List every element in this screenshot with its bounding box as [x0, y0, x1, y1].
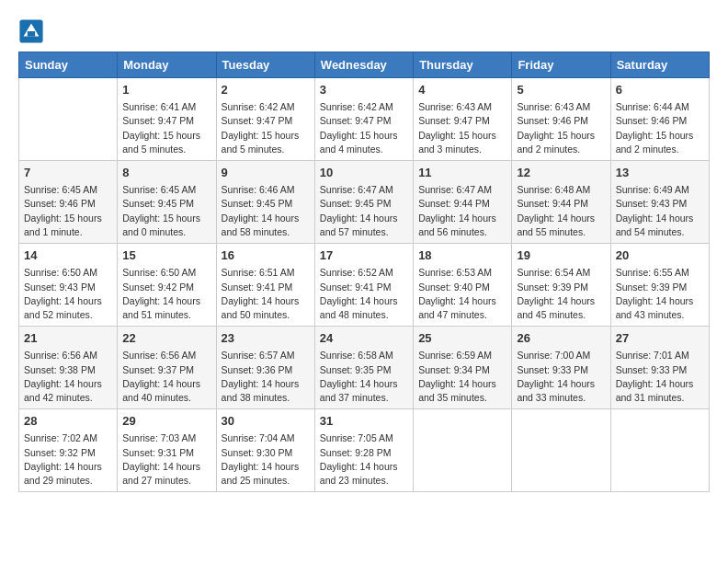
- calendar-cell: [19, 78, 118, 161]
- cell-content: Sunrise: 6:58 AM Sunset: 9:35 PM Dayligh…: [320, 349, 408, 405]
- calendar-cell: 5Sunrise: 6:43 AM Sunset: 9:46 PM Daylig…: [512, 78, 610, 161]
- calendar-cell: [610, 409, 709, 492]
- calendar-cell: 18Sunrise: 6:53 AM Sunset: 9:40 PM Dayli…: [414, 244, 512, 327]
- calendar-cell: 10Sunrise: 6:47 AM Sunset: 9:45 PM Dayli…: [314, 161, 413, 244]
- column-header-tuesday: Tuesday: [216, 52, 314, 78]
- calendar-cell: 24Sunrise: 6:58 AM Sunset: 9:35 PM Dayli…: [314, 327, 413, 409]
- cell-content: Sunrise: 6:53 AM Sunset: 9:40 PM Dayligh…: [418, 266, 506, 322]
- column-header-monday: Monday: [118, 52, 216, 78]
- cell-content: Sunrise: 6:43 AM Sunset: 9:47 PM Dayligh…: [418, 100, 506, 156]
- calendar-cell: 31Sunrise: 7:05 AM Sunset: 9:28 PM Dayli…: [314, 409, 413, 492]
- day-number: 26: [517, 330, 605, 347]
- calendar-cell: 15Sunrise: 6:50 AM Sunset: 9:42 PM Dayli…: [118, 244, 216, 327]
- calendar-cell: [512, 409, 610, 492]
- cell-content: Sunrise: 6:49 AM Sunset: 9:43 PM Dayligh…: [616, 183, 704, 239]
- calendar-cell: 29Sunrise: 7:03 AM Sunset: 9:31 PM Dayli…: [118, 409, 216, 492]
- calendar-cell: 16Sunrise: 6:51 AM Sunset: 9:41 PM Dayli…: [216, 244, 314, 327]
- calendar-cell: 2Sunrise: 6:42 AM Sunset: 9:47 PM Daylig…: [216, 78, 314, 161]
- calendar-cell: 6Sunrise: 6:44 AM Sunset: 9:46 PM Daylig…: [610, 78, 709, 161]
- logo: [18, 18, 48, 44]
- cell-content: Sunrise: 7:05 AM Sunset: 9:28 PM Dayligh…: [320, 431, 408, 488]
- calendar-week-row: 7Sunrise: 6:45 AM Sunset: 9:46 PM Daylig…: [19, 161, 710, 244]
- calendar-cell: 11Sunrise: 6:47 AM Sunset: 9:44 PM Dayli…: [414, 161, 512, 244]
- logo-icon: [18, 18, 44, 44]
- day-number: 5: [517, 82, 605, 98]
- cell-content: Sunrise: 6:44 AM Sunset: 9:46 PM Dayligh…: [616, 100, 704, 156]
- day-number: 10: [320, 165, 408, 181]
- cell-content: Sunrise: 6:47 AM Sunset: 9:44 PM Dayligh…: [418, 183, 506, 239]
- calendar-cell: 30Sunrise: 7:04 AM Sunset: 9:30 PM Dayli…: [216, 409, 314, 492]
- day-number: 19: [517, 247, 605, 264]
- day-number: 25: [418, 330, 506, 347]
- day-number: 6: [616, 82, 704, 98]
- day-number: 4: [418, 82, 506, 98]
- calendar-cell: 28Sunrise: 7:02 AM Sunset: 9:32 PM Dayli…: [19, 409, 118, 492]
- calendar-cell: 4Sunrise: 6:43 AM Sunset: 9:47 PM Daylig…: [414, 78, 512, 161]
- calendar-week-row: 14Sunrise: 6:50 AM Sunset: 9:43 PM Dayli…: [19, 244, 710, 327]
- day-number: 23: [222, 330, 310, 347]
- cell-content: Sunrise: 6:55 AM Sunset: 9:39 PM Dayligh…: [616, 266, 704, 322]
- column-header-sunday: Sunday: [19, 52, 118, 78]
- calendar-cell: 14Sunrise: 6:50 AM Sunset: 9:43 PM Dayli…: [19, 244, 118, 327]
- day-number: 15: [122, 247, 210, 264]
- cell-content: Sunrise: 6:50 AM Sunset: 9:42 PM Dayligh…: [122, 266, 210, 322]
- calendar-cell: 9Sunrise: 6:46 AM Sunset: 9:45 PM Daylig…: [216, 161, 314, 244]
- calendar-body: 1Sunrise: 6:41 AM Sunset: 9:47 PM Daylig…: [19, 78, 710, 492]
- cell-content: Sunrise: 6:46 AM Sunset: 9:45 PM Dayligh…: [222, 183, 310, 239]
- calendar-week-row: 1Sunrise: 6:41 AM Sunset: 9:47 PM Daylig…: [19, 78, 710, 161]
- calendar-week-row: 21Sunrise: 6:56 AM Sunset: 9:38 PM Dayli…: [19, 327, 710, 409]
- column-header-thursday: Thursday: [414, 52, 512, 78]
- calendar-cell: 22Sunrise: 6:56 AM Sunset: 9:37 PM Dayli…: [118, 327, 216, 409]
- day-number: 2: [222, 82, 310, 98]
- cell-content: Sunrise: 6:56 AM Sunset: 9:38 PM Dayligh…: [24, 349, 112, 405]
- column-header-friday: Friday: [512, 52, 610, 78]
- calendar-week-row: 28Sunrise: 7:02 AM Sunset: 9:32 PM Dayli…: [19, 409, 710, 492]
- cell-content: Sunrise: 6:50 AM Sunset: 9:43 PM Dayligh…: [24, 266, 112, 322]
- day-number: 22: [122, 330, 210, 347]
- svg-rect-2: [28, 31, 35, 37]
- day-number: 16: [222, 247, 310, 264]
- cell-content: Sunrise: 6:42 AM Sunset: 9:47 PM Dayligh…: [222, 100, 310, 156]
- calendar-cell: 25Sunrise: 6:59 AM Sunset: 9:34 PM Dayli…: [414, 327, 512, 409]
- calendar-cell: 21Sunrise: 6:56 AM Sunset: 9:38 PM Dayli…: [19, 327, 118, 409]
- day-number: 17: [320, 247, 408, 264]
- cell-content: Sunrise: 6:41 AM Sunset: 9:47 PM Dayligh…: [122, 100, 210, 156]
- cell-content: Sunrise: 6:54 AM Sunset: 9:39 PM Dayligh…: [517, 266, 605, 322]
- cell-content: Sunrise: 6:45 AM Sunset: 9:46 PM Dayligh…: [24, 183, 112, 239]
- calendar-cell: 1Sunrise: 6:41 AM Sunset: 9:47 PM Daylig…: [118, 78, 216, 161]
- day-number: 21: [24, 330, 112, 347]
- day-number: 18: [418, 247, 506, 264]
- day-number: 24: [320, 330, 408, 347]
- day-number: 9: [222, 165, 310, 181]
- cell-content: Sunrise: 6:59 AM Sunset: 9:34 PM Dayligh…: [418, 349, 506, 405]
- cell-content: Sunrise: 6:57 AM Sunset: 9:36 PM Dayligh…: [222, 349, 310, 405]
- day-number: 20: [616, 247, 704, 264]
- column-header-saturday: Saturday: [610, 52, 709, 78]
- calendar-cell: 7Sunrise: 6:45 AM Sunset: 9:46 PM Daylig…: [19, 161, 118, 244]
- calendar-cell: 23Sunrise: 6:57 AM Sunset: 9:36 PM Dayli…: [216, 327, 314, 409]
- calendar-cell: 17Sunrise: 6:52 AM Sunset: 9:41 PM Dayli…: [314, 244, 413, 327]
- day-number: 3: [320, 82, 408, 98]
- calendar-table: SundayMondayTuesdayWednesdayThursdayFrid…: [18, 52, 710, 492]
- calendar-cell: 27Sunrise: 7:01 AM Sunset: 9:33 PM Dayli…: [610, 327, 709, 409]
- calendar-cell: 19Sunrise: 6:54 AM Sunset: 9:39 PM Dayli…: [512, 244, 610, 327]
- day-number: 27: [616, 330, 704, 347]
- cell-content: Sunrise: 6:48 AM Sunset: 9:44 PM Dayligh…: [517, 183, 605, 239]
- day-number: 8: [122, 165, 210, 181]
- calendar-header-row: SundayMondayTuesdayWednesdayThursdayFrid…: [19, 52, 710, 78]
- cell-content: Sunrise: 6:47 AM Sunset: 9:45 PM Dayligh…: [320, 183, 408, 239]
- calendar-cell: 13Sunrise: 6:49 AM Sunset: 9:43 PM Dayli…: [610, 161, 709, 244]
- calendar-cell: 3Sunrise: 6:42 AM Sunset: 9:47 PM Daylig…: [314, 78, 413, 161]
- cell-content: Sunrise: 7:04 AM Sunset: 9:30 PM Dayligh…: [222, 431, 310, 488]
- cell-content: Sunrise: 6:45 AM Sunset: 9:45 PM Dayligh…: [122, 183, 210, 239]
- calendar-cell: [414, 409, 512, 492]
- day-number: 7: [24, 165, 112, 181]
- day-number: 11: [418, 165, 506, 181]
- cell-content: Sunrise: 7:01 AM Sunset: 9:33 PM Dayligh…: [616, 349, 704, 405]
- page-header: [18, 18, 710, 44]
- cell-content: Sunrise: 6:56 AM Sunset: 9:37 PM Dayligh…: [122, 349, 210, 405]
- day-number: 1: [122, 82, 210, 98]
- day-number: 12: [517, 165, 605, 181]
- calendar-cell: 12Sunrise: 6:48 AM Sunset: 9:44 PM Dayli…: [512, 161, 610, 244]
- day-number: 14: [24, 247, 112, 264]
